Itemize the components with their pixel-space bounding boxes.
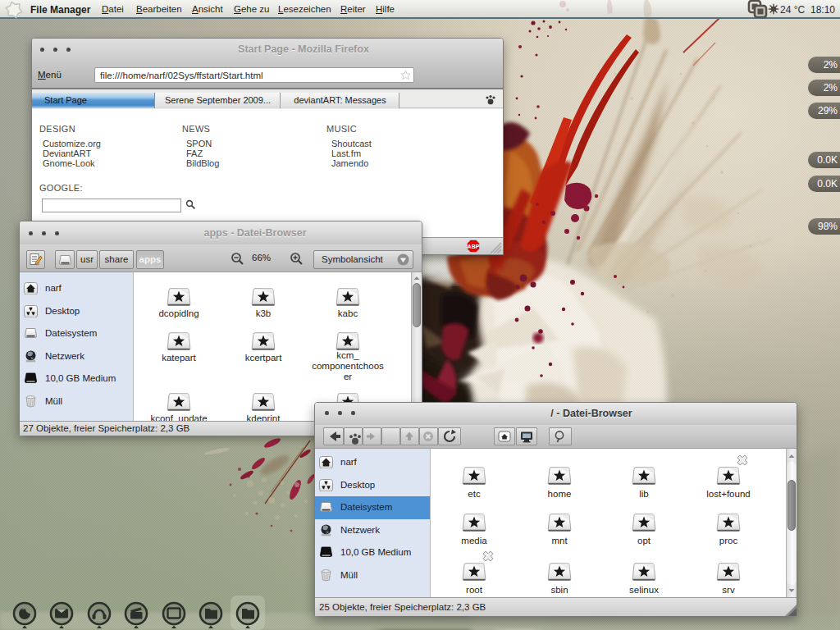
- svg-text:ABP: ABP: [468, 244, 480, 249]
